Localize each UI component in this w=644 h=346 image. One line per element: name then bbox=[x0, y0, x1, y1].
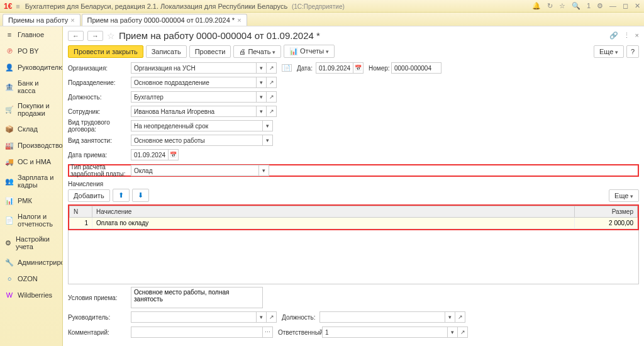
comment-field[interactable] bbox=[131, 326, 263, 338]
date-field[interactable] bbox=[316, 62, 353, 74]
calendar-icon[interactable]: 📅 bbox=[353, 62, 364, 74]
bell-icon[interactable]: 🔔 bbox=[532, 2, 541, 10]
sidebar-item-ozon[interactable]: ○OZON bbox=[0, 271, 62, 287]
open-icon[interactable]: ↗ bbox=[458, 326, 468, 338]
nav-icon: ⚙ bbox=[5, 238, 12, 247]
nav-fwd-button[interactable]: → bbox=[87, 31, 103, 41]
sidebar-item-main[interactable]: ≡Главное bbox=[0, 26, 62, 43]
sidebar-item-bank[interactable]: 🏦Банк и касса bbox=[0, 75, 62, 98]
print-button[interactable]: 🖨 Печать bbox=[233, 45, 281, 58]
employment-field[interactable] bbox=[131, 135, 263, 146]
tab-hire-document[interactable]: Прием на работу 0000-000004 от 01.09.202… bbox=[82, 14, 247, 26]
post-button[interactable]: Провести bbox=[189, 45, 231, 58]
dropdown-icon[interactable]: ▾ bbox=[257, 62, 267, 74]
open-icon[interactable]: ↗ bbox=[267, 106, 277, 117]
position2-field[interactable] bbox=[319, 311, 445, 323]
open-icon[interactable]: ↗ bbox=[267, 91, 277, 103]
link-icon[interactable]: 🔗 bbox=[609, 31, 618, 40]
maximize-icon[interactable]: ◻ bbox=[623, 2, 628, 10]
table-row[interactable]: 1 Оплата по окладу 2 000,00 bbox=[70, 218, 638, 229]
more-button[interactable]: Еще bbox=[594, 45, 624, 58]
dropdown-icon[interactable]: ▾ bbox=[257, 311, 267, 323]
sidebar-item-warehouse[interactable]: 📦Склад bbox=[0, 121, 62, 137]
contract-type-field[interactable] bbox=[131, 120, 263, 131]
sidebar-item-poby[interactable]: ℗PO BY bbox=[0, 43, 62, 59]
sidebar-item-production[interactable]: 🏭Производство bbox=[0, 137, 62, 153]
dropdown-icon[interactable]: ▾ bbox=[448, 326, 458, 338]
num-field[interactable] bbox=[391, 62, 441, 74]
dropdown-icon[interactable]: ▾ bbox=[257, 106, 267, 117]
open-icon[interactable]: ↗ bbox=[267, 311, 277, 323]
responsible-field[interactable] bbox=[322, 326, 448, 338]
close-icon[interactable]: ✕ bbox=[635, 2, 640, 10]
comment-label: Комментарий: bbox=[68, 329, 131, 336]
dropdown-icon[interactable]: ▾ bbox=[263, 120, 273, 131]
open-icon[interactable]: ↗ bbox=[455, 311, 465, 323]
close-icon[interactable]: × bbox=[237, 16, 241, 24]
accruals-table-highlight: N Начисление Размер 1 Оплата по окладу 2… bbox=[68, 204, 639, 230]
user-badge[interactable]: 1 bbox=[587, 2, 591, 10]
dropdown-icon[interactable]: ▾ bbox=[445, 311, 455, 323]
save-button[interactable]: Записать bbox=[146, 45, 187, 58]
tab-hires-list[interactable]: Приемы на работу× bbox=[3, 14, 80, 26]
table-empty-area[interactable] bbox=[68, 230, 639, 284]
dropdown-icon[interactable]: ▾ bbox=[263, 135, 273, 146]
nav-icon: 👥 bbox=[5, 177, 14, 186]
org-field[interactable] bbox=[131, 62, 257, 74]
manager-field[interactable] bbox=[131, 311, 257, 323]
sidebar-item-manager[interactable]: 👤Руководителю bbox=[0, 59, 62, 75]
sidebar-item-trade[interactable]: 🛒Покупки и продажи bbox=[0, 98, 62, 121]
sidebar-item-tax[interactable]: 📄Налоги и отчетность bbox=[0, 209, 62, 232]
col-amount[interactable]: Размер bbox=[575, 206, 638, 218]
move-up-button[interactable]: ⬆ bbox=[113, 189, 130, 202]
dept-field[interactable] bbox=[131, 77, 257, 88]
position-field[interactable] bbox=[131, 91, 257, 103]
col-accrual[interactable]: Начисление bbox=[92, 206, 575, 218]
employee-field[interactable] bbox=[131, 106, 257, 117]
settings-icon[interactable]: ⚙ bbox=[597, 2, 603, 10]
sidebar-item-hr[interactable]: 👥Зарплата и кадры bbox=[0, 170, 62, 193]
open-icon[interactable]: ↗ bbox=[267, 77, 277, 88]
favorite-icon[interactable]: ☆ bbox=[107, 31, 115, 41]
info-icon[interactable]: 📄 bbox=[282, 64, 292, 72]
conditions-label: Условия приема: bbox=[68, 294, 131, 301]
add-button[interactable]: Добавить bbox=[68, 189, 110, 202]
dropdown-icon[interactable]: ▾ bbox=[259, 165, 269, 176]
close-icon[interactable]: × bbox=[70, 16, 74, 24]
col-n[interactable]: N bbox=[70, 206, 92, 218]
search-icon[interactable]: 🔍 bbox=[572, 2, 580, 10]
move-down-button[interactable]: ⬇ bbox=[132, 189, 149, 202]
sidebar-item-admin[interactable]: 🔧Администрирование bbox=[0, 254, 62, 271]
minimize-icon[interactable]: — bbox=[609, 2, 616, 10]
salary-type-row: Тип расчета заработной платы: ▾ bbox=[68, 164, 639, 177]
history-icon[interactable]: ↻ bbox=[547, 2, 553, 10]
sidebar-item-rmk[interactable]: 📊РМК bbox=[0, 193, 62, 209]
document-title: Прием на работу 0000-000004 от 01.09.202… bbox=[119, 30, 320, 41]
menu-icon[interactable]: ≡ bbox=[16, 3, 19, 10]
sidebar-item-settings[interactable]: ⚙Настройки учета bbox=[0, 232, 62, 254]
sidebar-item-wb[interactable]: WWildberries bbox=[0, 287, 62, 303]
star-icon[interactable]: ☆ bbox=[559, 2, 565, 10]
reports-button[interactable]: 📊 Отчеты bbox=[284, 45, 335, 58]
hire-date-field[interactable] bbox=[131, 149, 169, 160]
open-icon[interactable]: ↗ bbox=[267, 62, 277, 74]
calendar-icon[interactable]: 📅 bbox=[169, 149, 179, 160]
num-label: Номер: bbox=[369, 65, 391, 72]
salary-type-field[interactable] bbox=[131, 165, 259, 176]
kebab-icon[interactable]: ⋮ bbox=[623, 31, 630, 40]
table-more-button[interactable]: Еще bbox=[609, 189, 639, 202]
history-icon[interactable]: ⋯ bbox=[263, 326, 273, 338]
sidebar-item-assets[interactable]: 🚚ОС и НМА bbox=[0, 153, 62, 170]
post-and-close-button[interactable]: Провести и закрыть bbox=[68, 45, 143, 58]
help-button[interactable]: ? bbox=[626, 45, 639, 58]
date-label: Дата: bbox=[297, 65, 316, 72]
nav-back-button[interactable]: ← bbox=[68, 31, 84, 41]
nav-icon: ≡ bbox=[5, 30, 14, 39]
close-icon[interactable]: × bbox=[635, 31, 639, 40]
position2-label: Должность: bbox=[282, 314, 319, 321]
dropdown-icon[interactable]: ▾ bbox=[257, 91, 267, 103]
dropdown-icon[interactable]: ▾ bbox=[257, 77, 267, 88]
conditions-field[interactable]: Основное место работы, полная занятость bbox=[131, 287, 263, 308]
nav-icon: ℗ bbox=[5, 47, 14, 55]
sidebar: ≡Главное℗PO BY👤Руководителю🏦Банк и касса… bbox=[0, 26, 63, 346]
